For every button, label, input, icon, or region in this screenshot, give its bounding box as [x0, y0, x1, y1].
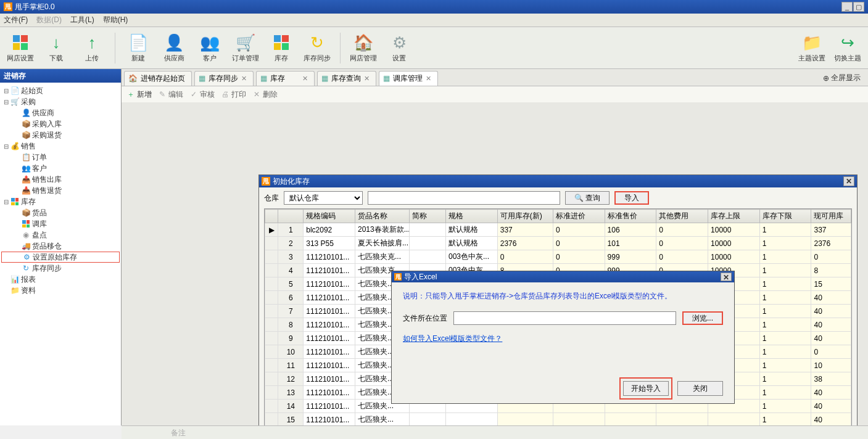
fullscreen-button[interactable]: ⊕全屏显示	[823, 73, 861, 83]
toolbar-主题设置[interactable]: 📁主题设置	[794, 30, 830, 67]
expand-icon[interactable]: ⊟	[2, 143, 10, 150]
warehouse-select[interactable]: 默认仓库	[284, 191, 363, 205]
cell[interactable]: 111210101...	[304, 345, 355, 359]
cell[interactable]: 111210101...	[304, 413, 355, 427]
cell[interactable]	[265, 386, 278, 400]
tab-调库管理[interactable]: ▦调库管理✕	[379, 71, 438, 86]
cell[interactable]: 0	[656, 250, 708, 264]
cell[interactable]: 1	[759, 400, 811, 413]
table-row[interactable]: 3111210101...七匹狼夹克...003色中灰...0099901000…	[265, 250, 851, 264]
tab-库存查询[interactable]: ▦库存查询✕	[317, 71, 376, 86]
cell[interactable]: 0	[497, 250, 553, 264]
col-header[interactable]: 简称	[409, 210, 445, 223]
cell[interactable]: 2	[278, 237, 304, 250]
col-header[interactable]: 标准售价	[605, 210, 656, 223]
cell[interactable]: 003色中灰...	[446, 250, 498, 264]
toolbar-库存同步[interactable]: ↻库存同步	[299, 30, 335, 67]
cell[interactable]: 1	[759, 305, 811, 318]
col-header[interactable]: 标准进价	[553, 210, 605, 223]
cell[interactable]: 111210101...	[304, 372, 355, 386]
subtool-审核[interactable]: ✓审核	[189, 89, 215, 100]
cell[interactable]: 4	[278, 264, 304, 277]
cell[interactable]: ▶	[265, 223, 278, 237]
cell[interactable]: 111210101...	[304, 277, 355, 291]
expand-icon[interactable]: ⊟	[2, 88, 10, 94]
tree-node-销售退货[interactable]: 📥销售退货	[1, 185, 120, 196]
search-input[interactable]	[368, 191, 560, 205]
cell[interactable]: 40	[811, 332, 851, 345]
cell[interactable]: 2376	[497, 237, 553, 250]
cell[interactable]: 111210101...	[304, 264, 355, 277]
col-header[interactable]: 规格	[446, 210, 498, 223]
tree-node-采购退货[interactable]: 📦采购退货	[1, 129, 120, 141]
cell[interactable]	[265, 250, 278, 264]
cell[interactable]: 111210101...	[304, 332, 355, 345]
col-header[interactable]: 货品名称	[355, 210, 409, 223]
cell[interactable]: 38	[811, 372, 851, 386]
cell[interactable]: 7	[278, 305, 304, 318]
cell[interactable]: 10000	[708, 250, 760, 264]
cell[interactable]: 13	[278, 386, 304, 400]
tree-node-客户[interactable]: 👥客户	[1, 163, 120, 174]
close-button[interactable]: 关闭	[677, 381, 723, 396]
cell[interactable]	[409, 237, 445, 250]
cell[interactable]: 10000	[708, 223, 760, 237]
cell[interactable]: 1	[759, 413, 811, 427]
cell[interactable]	[409, 223, 445, 237]
cell[interactable]	[265, 413, 278, 427]
toolbar-客户[interactable]: 👥客户	[192, 30, 228, 67]
tab-close-icon[interactable]: ✕	[364, 75, 370, 83]
maximize-button[interactable]: ▢	[853, 2, 864, 12]
cell[interactable]	[265, 400, 278, 413]
help-link[interactable]: 如何导入Excel模版类型文件？	[403, 334, 502, 343]
cell[interactable]: 2376	[811, 237, 851, 250]
toolbar-切换主题[interactable]: ↪切换主题	[830, 30, 866, 67]
tab-close-icon[interactable]: ✕	[426, 75, 431, 83]
tree-node-设置原始库存[interactable]: ⚙设置原始库存	[1, 252, 120, 263]
browse-button[interactable]: 浏览...	[682, 311, 723, 325]
cell[interactable]	[265, 291, 278, 305]
cell[interactable]: 0	[553, 237, 605, 250]
col-header[interactable]: 库存上限	[708, 210, 760, 223]
cell[interactable]: 1	[759, 318, 811, 332]
cell[interactable]: 七匹狼夹克...	[355, 250, 409, 264]
cell[interactable]: 1	[759, 332, 811, 345]
cell[interactable]: 6	[278, 291, 304, 305]
tree-node-起始页[interactable]: ⊟📄起始页	[1, 85, 120, 96]
cell[interactable]	[497, 413, 553, 427]
cell[interactable]	[409, 413, 445, 427]
tree-node-供应商[interactable]: 👤供应商	[1, 107, 120, 118]
file-path-input[interactable]	[453, 311, 676, 325]
cell[interactable]: 337	[811, 223, 851, 237]
cell[interactable]: 0	[553, 250, 605, 264]
cell[interactable]: 14	[278, 400, 304, 413]
col-header[interactable]	[265, 210, 278, 223]
cell[interactable]	[708, 413, 760, 427]
cell[interactable]: 101	[605, 237, 656, 250]
cell[interactable]: 5	[278, 277, 304, 291]
cell[interactable]: 111210101...	[304, 386, 355, 400]
cell[interactable]	[265, 264, 278, 277]
cell[interactable]: 0	[656, 237, 708, 250]
cell[interactable]: 40	[811, 413, 851, 427]
cell[interactable]: 1	[759, 223, 811, 237]
toolbar-网店管理[interactable]: 🏠网店管理	[345, 30, 381, 67]
cell[interactable]: 40	[811, 291, 851, 305]
cell[interactable]: 111210101...	[304, 400, 355, 413]
cell[interactable]	[265, 372, 278, 386]
cell[interactable]	[265, 359, 278, 372]
cell[interactable]: 8	[278, 318, 304, 332]
cell[interactable]: 111210101...	[304, 305, 355, 318]
cell[interactable]: 七匹狼夹...	[355, 413, 409, 427]
toolbar-上传[interactable]: ↑上传	[74, 30, 110, 67]
cell[interactable]: 0	[811, 250, 851, 264]
cell[interactable]	[656, 413, 708, 427]
cell[interactable]: 106	[605, 223, 656, 237]
cell[interactable]: 10	[811, 359, 851, 372]
subtool-打印[interactable]: 🖨打印	[221, 89, 246, 100]
cell[interactable]: 40	[811, 400, 851, 413]
cell[interactable]: 1	[759, 372, 811, 386]
cell[interactable]: 0	[553, 223, 605, 237]
cell[interactable]: 0	[811, 345, 851, 359]
tab-close-icon[interactable]: ✕	[241, 75, 247, 83]
